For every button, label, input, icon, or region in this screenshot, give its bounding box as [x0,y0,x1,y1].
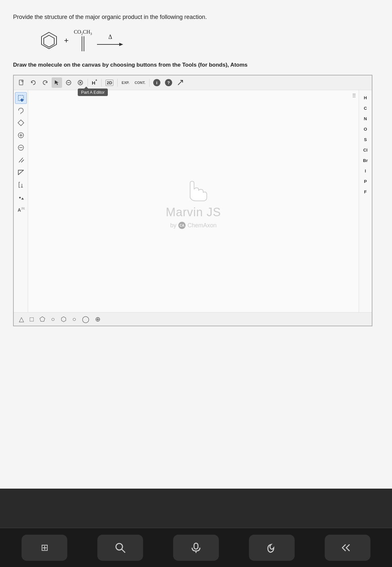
2d-button[interactable]: 2D [104,79,116,87]
svg-text:A: A [18,207,21,213]
triangle-shape-btn[interactable]: △ [19,315,24,323]
help-icon: ? [165,79,172,86]
svg-rect-6 [19,80,23,85]
svg-point-28 [19,197,21,199]
arrow-area: Δ [97,34,123,48]
atom-O[interactable]: O [360,124,371,134]
svg-marker-1 [44,35,54,47]
help-button[interactable]: ? [163,77,174,88]
reagent-label: CO2CH3 [74,29,92,36]
x-circle-button[interactable] [75,77,86,88]
reagent-bond-icon [78,36,88,52]
hexagon-outline-shape-btn[interactable]: ⬡ [61,315,66,323]
hydrogen-button[interactable]: H+ [90,79,99,86]
expand-button[interactable] [175,77,186,88]
info-icon: i [153,79,160,86]
atom-map-tool[interactable]: A [1] [15,204,27,216]
hexagon-shape-btn[interactable]: ○ [72,316,76,323]
bottom-shapes-bar: △ □ ⬠ ○ ⬡ ○ ◯ ⊕ [14,312,372,326]
grid-icon: ⠿ [352,93,356,99]
atom-Cl[interactable]: Cl [360,145,371,155]
watermark-title: Marvin JS [166,205,221,219]
reaction-area: + CO2CH3 Δ [13,29,379,52]
cont-label: CONT. [135,81,145,85]
main-content: Provide the structure of the major organ… [0,0,392,489]
svg-marker-17 [18,120,24,126]
toolbar-divider-4 [149,79,150,87]
taskbar-search-btn[interactable] [97,535,143,561]
taskbar-back-btn[interactable] [325,535,370,561]
marvin-icon [179,173,208,203]
h-plus-label: H+ [92,80,97,86]
atom-F[interactable]: F [360,187,371,197]
toolbar-divider-2 [101,79,102,87]
dark-footer [0,489,392,528]
watermark-company: ChemAxon [188,222,217,229]
square-shape-btn[interactable]: □ [30,316,34,323]
canvas-area[interactable]: ⠿ Marvin JS by CA ChemAxon [28,90,359,312]
toolbar: Part A Editor H+ [14,75,372,90]
bracket-tool[interactable] [15,179,27,191]
large-circle-shape-btn[interactable]: ◯ [82,315,89,323]
circle-shape-btn[interactable]: ○ [51,316,55,323]
watermark: Marvin JS by CA ChemAxon [166,173,221,229]
lasso-tool[interactable] [15,105,27,116]
undo-button[interactable] [28,77,39,88]
plus-sign: + [64,36,69,45]
svg-line-33 [122,549,125,553]
editor-body: A [1] ⠿ Marvin JS [14,90,372,312]
draw-instruction: Draw the molecule on the canvas by choos… [13,61,379,69]
radical-tool[interactable] [15,191,27,203]
svg-line-25 [18,170,24,175]
svg-line-24 [21,160,24,162]
svg-text:[1]: [1] [22,207,24,210]
svg-line-14 [178,80,183,85]
select-cursor-button[interactable]: Part A Editor [52,77,62,88]
eraser-tool[interactable] [15,117,27,129]
atom-Br[interactable]: Br [360,155,371,165]
exp-label: EXP. [122,81,129,85]
taskbar-home-btn[interactable]: ⊞ [22,535,67,561]
redo-button[interactable] [40,77,50,88]
svg-marker-16 [20,98,24,102]
2d-label: 2D [106,80,114,86]
charge-plus-tool[interactable] [15,129,27,141]
toolbar-divider-3 [117,79,118,87]
watermark-by: by [170,222,176,229]
atom-P[interactable]: P [360,176,371,186]
svg-marker-8 [55,80,58,85]
taskbar-mic-btn[interactable] [173,535,219,561]
svg-point-32 [116,543,122,550]
taskbar: ⊞ [0,528,392,567]
atom-H[interactable]: H [360,93,371,103]
reagent-structure: CO2CH3 [74,29,92,52]
heat-delta: Δ [108,34,112,40]
info-button[interactable]: i [152,77,162,88]
z-bond-tool[interactable] [15,167,27,178]
atom-C[interactable]: C [360,103,371,113]
atom-N[interactable]: N [360,114,371,123]
toolbar-divider-1 [88,79,88,87]
svg-marker-27 [21,186,23,187]
benzene-ring-icon [39,31,59,50]
right-atoms-panel: H C N O S Cl Br I P F [359,90,372,312]
atom-I[interactable]: I [360,166,371,176]
exp-button[interactable]: EXP. [120,80,131,85]
charge-minus-tool[interactable] [15,142,27,154]
chemaxon-logo: CA [178,222,186,229]
reaction-arrow-icon [97,41,123,48]
minus-circle-button[interactable] [63,77,74,88]
svg-marker-29 [21,198,24,200]
taskbar-moon-btn[interactable] [249,535,295,561]
atom-S[interactable]: S [360,135,371,144]
left-tools-panel: A [1] [14,90,28,312]
pentagon-shape-btn[interactable]: ⬠ [40,315,45,323]
editor-container: Part A Editor H+ [13,75,372,326]
question-text: Provide the structure of the major organ… [13,13,379,21]
select-rect-tool[interactable] [15,92,27,104]
new-document-button[interactable] [16,77,27,88]
cont-button[interactable]: CONT. [133,80,147,85]
single-bond-tool[interactable] [15,154,27,166]
ring-shape-btn[interactable]: ⊕ [95,315,101,323]
svg-rect-34 [194,543,198,549]
